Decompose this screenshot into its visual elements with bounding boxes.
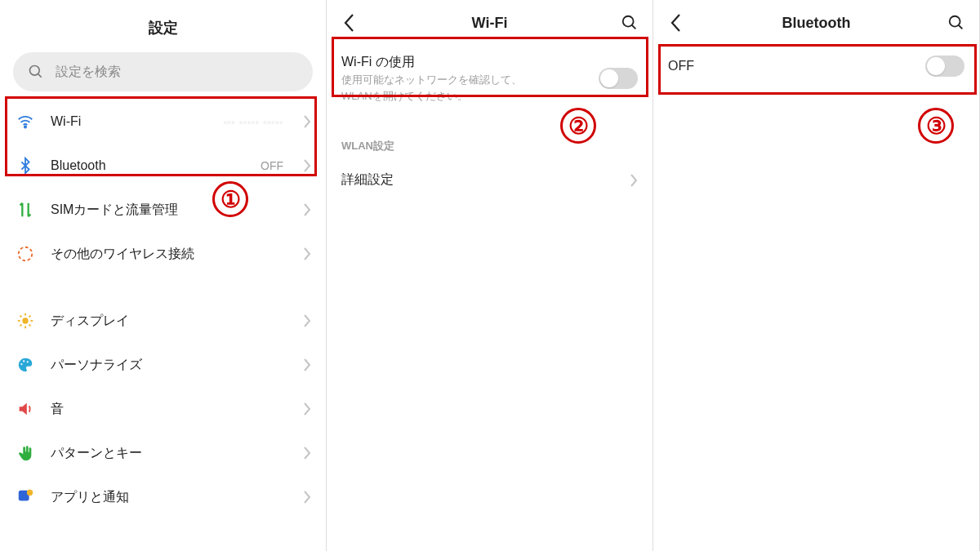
bluetooth-panel: Bluetooth OFF (653, 0, 980, 551)
wifi-toggle-sub1: 使用可能なネットワークを確認して、 (341, 73, 599, 87)
annotation-number-1: ① (212, 181, 248, 217)
chevron-right-icon (303, 402, 311, 415)
chevron-right-icon (303, 115, 311, 128)
list-item-label: SIMカードと流量管理 (51, 202, 288, 219)
svg-point-0 (30, 66, 40, 76)
settings-item-sim[interactable]: SIMカードと流量管理 (0, 188, 326, 232)
list-item-label: Wi-Fi (51, 114, 209, 129)
wifi-network-name: ··· ····· ····· (224, 115, 283, 128)
svg-line-11 (20, 325, 22, 327)
svg-point-18 (623, 16, 634, 27)
wireless-icon (15, 245, 36, 263)
apps-icon (15, 488, 36, 506)
bluetooth-toggle-row[interactable]: OFF (653, 46, 979, 87)
chevron-right-icon (303, 358, 311, 371)
settings-item-apps[interactable]: アプリと通知 (0, 475, 326, 519)
settings-item-sound[interactable]: 音 (0, 387, 326, 431)
annotation-number-3: ③ (918, 108, 954, 144)
search-button[interactable] (618, 14, 641, 32)
bluetooth-toggle-text: OFF (668, 59, 925, 73)
settings-panel: 設定 設定を検索 Wi-Fi ··· ····· ····· Bluetooth… (0, 0, 327, 551)
wifi-toggle-switch[interactable] (599, 68, 638, 89)
search-icon (28, 64, 44, 80)
svg-line-9 (20, 316, 22, 318)
list-item-label: パターンとキー (51, 445, 288, 462)
svg-point-13 (20, 363, 22, 365)
settings-item-display[interactable]: ディスプレイ (0, 299, 326, 343)
list-item-label: 音 (51, 401, 288, 418)
bluetooth-status: OFF (261, 159, 283, 172)
svg-point-2 (24, 126, 26, 127)
back-button[interactable] (665, 14, 688, 32)
bluetooth-header: Bluetooth (653, 0, 979, 46)
chevron-right-icon (303, 491, 311, 504)
page-title: Wi-Fi (361, 15, 618, 32)
settings-item-other-wireless[interactable]: その他のワイヤレス接続 (0, 232, 326, 276)
page-title: Bluetooth (688, 15, 945, 32)
sound-icon (15, 400, 36, 418)
svg-line-21 (959, 25, 963, 29)
svg-line-1 (38, 74, 42, 78)
settings-item-pattern-key[interactable]: パターンとキー (0, 431, 326, 475)
svg-point-15 (27, 361, 29, 362)
wifi-toggle-sub2: WLANを開けてください。 (341, 89, 599, 104)
list-item-label: パーソナライズ (51, 357, 288, 374)
chevron-right-icon (303, 247, 311, 260)
chevron-right-icon (303, 447, 311, 460)
chevron-right-icon (303, 314, 311, 327)
list-item-label: アプリと通知 (51, 489, 288, 506)
hand-icon (15, 444, 36, 462)
sim-icon (15, 201, 36, 219)
wlan-section-label: WLAN設定 (327, 139, 653, 160)
page-title: 設定 (0, 0, 326, 52)
svg-line-19 (632, 25, 636, 29)
svg-point-3 (19, 247, 33, 261)
wifi-toggle-text: Wi-Fi の使用 使用可能なネットワークを確認して、 WLANを開けてください… (341, 54, 599, 103)
svg-point-14 (23, 360, 24, 362)
wifi-panel: Wi-Fi Wi-Fi の使用 使用可能なネットワークを確認して、 WLANを開… (327, 0, 653, 551)
search-placeholder: 設定を検索 (56, 64, 121, 81)
divider-gap (327, 111, 653, 139)
annotation-number-2: ② (560, 108, 596, 144)
brightness-icon (15, 312, 36, 330)
list-item-label: Bluetooth (51, 158, 246, 173)
divider-gap (0, 276, 326, 299)
svg-point-20 (950, 16, 960, 27)
chevron-right-icon (303, 159, 311, 172)
chevron-right-icon (630, 174, 638, 187)
back-button[interactable] (338, 14, 361, 32)
settings-item-bluetooth[interactable]: Bluetooth OFF (0, 144, 326, 188)
settings-item-wifi[interactable]: Wi-Fi ··· ····· ····· (0, 100, 326, 144)
search-input[interactable]: 設定を検索 (13, 52, 313, 91)
svg-point-4 (22, 318, 28, 323)
settings-item-personalize[interactable]: パーソナライズ (0, 343, 326, 387)
wifi-advanced-row[interactable]: 詳細設定 (327, 160, 653, 200)
list-item-label: 詳細設定 (341, 171, 630, 189)
bluetooth-icon (15, 157, 36, 175)
bluetooth-toggle-title: OFF (668, 59, 925, 73)
bluetooth-toggle-switch[interactable] (925, 56, 964, 77)
svg-line-12 (29, 316, 31, 318)
wifi-toggle-row[interactable]: Wi-Fi の使用 使用可能なネットワークを確認して、 WLANを開けてください… (327, 46, 653, 111)
svg-point-17 (27, 490, 33, 495)
list-item-label: その他のワイヤレス接続 (51, 246, 288, 263)
wifi-icon (15, 113, 36, 131)
list-item-label: ディスプレイ (51, 313, 288, 330)
search-button[interactable] (945, 14, 968, 32)
chevron-right-icon (303, 203, 311, 216)
wifi-toggle-title: Wi-Fi の使用 (341, 54, 599, 71)
wifi-header: Wi-Fi (327, 0, 653, 46)
palette-icon (15, 356, 36, 374)
svg-line-10 (29, 325, 31, 327)
